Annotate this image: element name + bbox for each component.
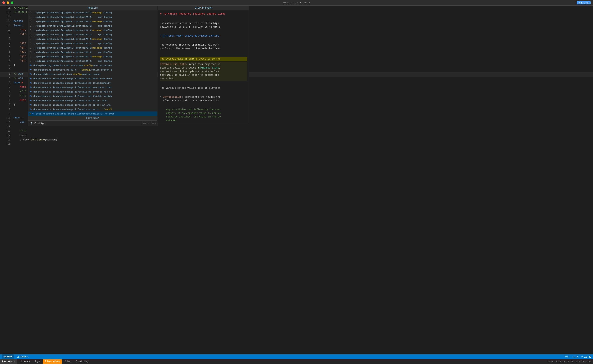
user-display: William-Ong — [576, 360, 591, 363]
branch-menu-icon: ≡ — [26, 355, 28, 358]
result-item[interactable]: M↓ docs/resource-instance-change-lifecyc… — [28, 85, 157, 90]
result-path: ../plugin-protocol/tfplugin6.5.proto:371… — [33, 38, 156, 40]
branch-icon: ⎇ — [17, 356, 19, 358]
maximize-button[interactable] — [11, 1, 13, 4]
line-number: 8 — [3, 107, 10, 110]
result-item[interactable]: 🗋 ../plugin-protocol/tfplugin5.0.proto:2… — [28, 10, 157, 15]
result-item[interactable]: 🗋 ../plugin-protocol/tfplugin6.3.proto:1… — [28, 32, 157, 37]
md-icon: M↓ — [30, 73, 32, 75]
line-number: 11 — [3, 24, 10, 27]
result-item[interactable]: 🗋 ../plugin-protocol/tfplugin5.4.proto:1… — [28, 50, 157, 54]
result-path: docs/resource-instance-change-lifecycle.… — [33, 91, 156, 93]
line-number: 13 — [3, 130, 10, 132]
livegrep-header: Live Grep — [28, 116, 157, 121]
result-item[interactable]: M↓ docs/resource-instance-change-lifecyc… — [28, 81, 157, 85]
line-number: 16 — [3, 6, 10, 9]
results-header: Results — [28, 6, 157, 10]
tab-notes[interactable]: 1 notes — [19, 359, 32, 364]
results-title: Results — [88, 6, 98, 9]
tab-go[interactable]: 2 go — [33, 359, 42, 364]
preview-bullet: * Configuration: Represents the values t… — [160, 95, 247, 103]
line-number: 8 — [3, 37, 10, 40]
line-number: 4 — [3, 55, 10, 58]
file-icon: 🗋 — [30, 20, 32, 23]
result-item[interactable]: M↓ docs/planning-behaviors.md:92:4:- [Co… — [28, 67, 157, 72]
file-icon: 🗋 — [30, 46, 32, 49]
livegrep-section: Live Grep 🔭 1389 / 1389 — [28, 116, 157, 126]
result-path: ../plugin-protocol/tfplugin5.4.proto:166… — [33, 51, 156, 53]
result-path: ../plugin-protocol/tfplugin6.4.proto:185… — [33, 60, 156, 62]
result-path: docs/resource-instance-change-lifecycle.… — [33, 104, 156, 106]
line-number: 2 — [3, 81, 10, 84]
file-icon: 🗋 — [30, 25, 32, 27]
md-icon: M↓ — [30, 82, 32, 84]
md-icon: M↓ — [30, 86, 32, 89]
livegrep-input-wrapper[interactable]: 🔭 — [30, 122, 139, 125]
result-item[interactable]: 🗋 ../plugin-protocol/tfplugin5.2.proto:2… — [28, 19, 157, 24]
livegrep-input[interactable] — [34, 122, 139, 125]
result-item[interactable]: 🗋 ../plugin-protocol/tfplugin6.3.proto:2… — [28, 28, 157, 32]
result-path: ../plugin-protocol/tfplugin5.2.proto:140… — [33, 25, 156, 27]
window-title: tmux a -t test-nvim — [283, 1, 310, 4]
close-button[interactable] — [2, 1, 5, 4]
line-number: 13 — [3, 20, 10, 23]
results-list[interactable]: 🗋 ../plugin-protocol/tfplugin5.0.proto:2… — [28, 10, 157, 116]
status-right: Top 1:11 ⊙ 13:39 — [565, 355, 591, 358]
bottom-bar: test-nvim 1 notes 2 go 3 terraform 4 img… — [0, 359, 593, 364]
line-number: 6 — [3, 99, 10, 102]
result-item[interactable]: 🗋 ../plugin-protocol/tfplugin6.4.proto:2… — [28, 54, 157, 59]
line-number: 6 — [3, 46, 10, 49]
result-item[interactable]: M↓ docs/architecture.md:98:4:## Configur… — [28, 72, 157, 76]
tab-num: 4 — [65, 360, 66, 363]
md-icon: M↓ — [30, 91, 32, 93]
file-icon: 🗋 — [30, 60, 32, 62]
grep-preview-title: Grep Preview — [195, 6, 212, 9]
result-item[interactable]: 🗋 ../plugin-protocol/tfplugin5.0.proto:1… — [28, 15, 157, 19]
preview-highlighted-rest: Previous Run State, merge them together … — [160, 62, 247, 81]
titlebar: tmux a -t test-nvim apply.go — [0, 0, 593, 6]
result-path: ../plugin-protocol/tfplugin5.0.proto:211… — [33, 11, 156, 14]
result-item[interactable]: 🗋 ../plugin-protocol/tfplugin6.5.proto:3… — [28, 37, 157, 41]
result-path: docs/planning-behaviors.md:92:4:- [Confi… — [33, 69, 156, 71]
tab-terraform[interactable]: 3 terraform — [43, 359, 62, 364]
result-item[interactable]: M↓ docs/resource-instance-change-lifecyc… — [28, 98, 157, 103]
result-path: docs/planning-behaviors.md:138:5:### Con… — [33, 64, 156, 67]
result-item[interactable]: 🗋 ../plugin-protocol/tfplugin6.4.proto:1… — [28, 59, 157, 63]
result-item[interactable]: M↓ docs/resource-instance-change-lifecyc… — [28, 103, 157, 107]
code-content: c.View.Configure(common) — [13, 138, 590, 141]
file-icon: 🗋 — [30, 42, 32, 45]
livegrep-input-row: 🔭 1389 / 1389 — [28, 121, 157, 126]
result-item[interactable]: M↓ docs/resource-instance-change-lifecyc… — [28, 90, 157, 94]
preview-highlight: The overall goal of this process is to t… — [160, 57, 247, 61]
tab-label: go — [37, 360, 40, 363]
tab-setting[interactable]: 5 setting — [74, 359, 90, 364]
scroll-position: Top — [565, 355, 569, 358]
result-item[interactable]: 🗋 ../plugin-protocol/tfplugin5.4.proto:2… — [28, 46, 157, 50]
result-item-selected[interactable]: ▶ M↓ docs/resource-instance-change-lifec… — [28, 111, 157, 116]
md-icon: M↓ — [30, 95, 32, 97]
file-icon: 🗋 — [30, 33, 32, 36]
result-item[interactable]: M↓ docs/resource-instance-change-lifecyc… — [28, 107, 157, 111]
tab-img[interactable]: 4 img — [63, 359, 73, 364]
tab-label: img — [67, 360, 71, 363]
arrow-icon: ▶ — [30, 112, 31, 115]
result-item[interactable]: M↓ docs/resource-instance-change-lifecyc… — [28, 94, 157, 98]
file-icon: 🗋 — [30, 51, 32, 53]
preview-text-3: The various object values used in differ… — [160, 86, 247, 90]
tab-label: setting — [78, 360, 88, 363]
result-path: ../plugin-protocol/tfplugin6.3.proto:262… — [33, 29, 156, 32]
result-item[interactable]: 🗋 ../plugin-protocol/tfplugin5.2.proto:1… — [28, 24, 157, 28]
md-icon: M↓ — [30, 108, 32, 110]
code-content: // P — [13, 130, 590, 132]
result-item[interactable]: M↓ docs/resource-instance-change-lifecyc… — [28, 76, 157, 81]
grep-preview-header: Grep Preview — [158, 6, 249, 10]
minimize-button[interactable] — [7, 1, 9, 4]
line-number: 3 — [3, 59, 10, 62]
result-path: docs/resource-instance-change-lifecycle.… — [33, 82, 156, 84]
result-item[interactable]: 🗋 ../plugin-protocol/tfplugin6.5.proto:2… — [28, 41, 157, 46]
line-number: 4 — [3, 90, 10, 93]
branch-name: main — [20, 355, 26, 358]
line-number: 15 — [3, 138, 10, 141]
result-item[interactable]: M↓ docs/planning-behaviors.md:138:5:### … — [28, 63, 157, 67]
grep-preview-content: # Terraform Resource Instance Change Lif… — [158, 10, 249, 124]
